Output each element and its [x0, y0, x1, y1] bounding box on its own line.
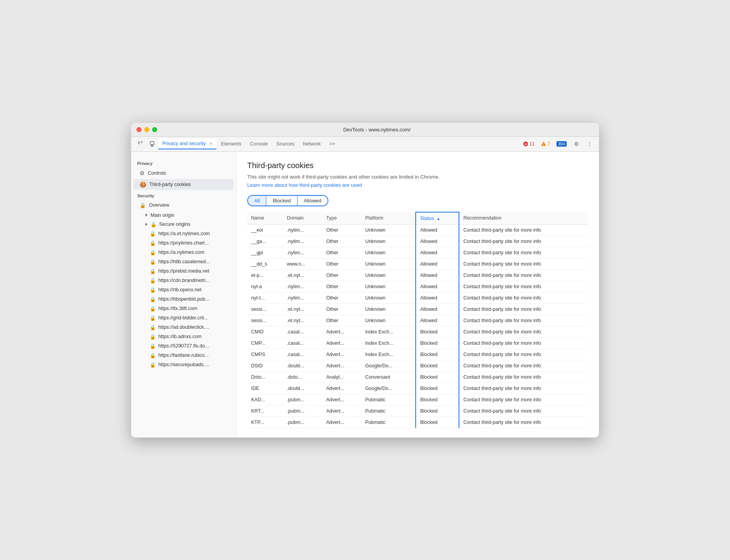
table-row[interactable]: sessi....et.nyt...OtherUnknownAllowedCon…	[247, 315, 588, 326]
cell-status: Allowed	[416, 269, 459, 281]
cell-name: sessi...	[247, 315, 283, 326]
table-row[interactable]: nyt-a.nytim...OtherUnknownAllowedContact…	[247, 281, 588, 292]
tab-elements-label: Elements	[221, 141, 241, 147]
cell-domain: .et.nyt...	[283, 315, 322, 326]
table-row[interactable]: KTP....pubm...Advert...PubmaticBlockedCo…	[247, 416, 588, 428]
col-status[interactable]: Status ▲	[416, 212, 459, 225]
sidebar-item-controls[interactable]: ⚙ Controls	[133, 168, 234, 179]
sidebar-origin-2[interactable]: 🔒 https://pnytimes.chart...	[133, 239, 234, 248]
cell-domain: .et.nyt...	[283, 303, 322, 315]
minimize-button[interactable]	[144, 127, 149, 132]
cell-name: nyt-t...	[247, 292, 283, 303]
learn-more-link[interactable]: Learn more about how third-party cookies…	[247, 182, 362, 188]
tab-elements[interactable]: Elements	[217, 139, 245, 149]
cell-recommendation: Contact third-party site for more info	[459, 371, 588, 383]
error-badge[interactable]: ✕ 11	[521, 140, 537, 147]
tab-more-label: >>	[330, 141, 335, 147]
cell-recommendation: Contact third-party site for more info	[459, 326, 588, 337]
settings-button[interactable]: ⚙	[571, 138, 582, 149]
window-title: DevTools - www.nytimes.com/	[160, 127, 594, 133]
sidebar-secure-origins[interactable]: ▼ 🔒 Secure origins	[133, 220, 234, 229]
cell-status: Allowed	[416, 303, 459, 315]
cell-platform: Google/Do...	[361, 383, 416, 394]
table-row[interactable]: KAD....pubm...Advert...PubmaticBlockedCo…	[247, 394, 588, 405]
device-toggle-button[interactable]	[147, 138, 158, 149]
col-type[interactable]: Type	[322, 212, 361, 225]
cell-platform: Unknown	[361, 224, 416, 236]
table-row[interactable]: DSID.doubl...Advert...Google/Do...Blocke…	[247, 360, 588, 371]
sidebar-origin-3[interactable]: 🔒 https://a.nytimes.com	[133, 248, 234, 257]
filter-blocked-button[interactable]: Blocked	[266, 196, 297, 206]
sidebar-origin-11-label: https://ad.doubleclick....	[158, 324, 209, 330]
tab-console[interactable]: Console	[246, 139, 272, 149]
sidebar-origin-12[interactable]: 🔒 https://ib.adnxs.com	[133, 332, 234, 341]
sidebar-origin-9[interactable]: 🔒 https://tlx.3lift.com	[133, 304, 234, 313]
table-row[interactable]: CMPS.casal...Advert...Index Exch...Block…	[247, 349, 588, 360]
cell-name: sessi...	[247, 303, 283, 315]
sidebar-origin-5[interactable]: 🔒 https://prebid.media.net	[133, 267, 234, 276]
table-row[interactable]: CMID.casal...Advert...Index Exch...Block…	[247, 326, 588, 337]
col-domain[interactable]: Domain	[283, 212, 322, 225]
cell-status: Allowed	[416, 292, 459, 303]
cell-recommendation: Contact third-party site for more info	[459, 303, 588, 315]
table-row[interactable]: nyt-t....nytim...OtherUnknownAllowedCont…	[247, 292, 588, 303]
sidebar-origin-3-label: https://a.nytimes.com	[158, 250, 204, 255]
col-recommendation[interactable]: Recommendation	[459, 212, 588, 225]
cell-status: Allowed	[416, 258, 459, 269]
table-row[interactable]: __eoi.nytim...OtherUnknownAllowedContact…	[247, 224, 588, 236]
table-row[interactable]: Doto....doto...Analyt...ConversantBlocke…	[247, 371, 588, 383]
svg-rect-3	[141, 142, 143, 142]
selector-icon-button[interactable]	[135, 138, 146, 149]
table-row[interactable]: et-p....et.nyt...OtherUnknownAllowedCont…	[247, 269, 588, 281]
warning-badge[interactable]: ! 7	[539, 140, 552, 147]
sidebar-origin-4[interactable]: 🔒 https://htlb.casalemed...	[133, 257, 234, 266]
tab-network[interactable]: Network	[299, 139, 325, 149]
table-row[interactable]: IDE.doubl...Advert...Google/Do...Blocked…	[247, 383, 588, 394]
cell-domain: .pubm...	[283, 405, 322, 416]
table-row[interactable]: __ga....nytim...OtherUnknownAllowedConta…	[247, 236, 588, 247]
tab-privacy-security[interactable]: Privacy and security ✕	[158, 138, 216, 149]
sidebar-item-overview[interactable]: 🔒 Overview	[133, 200, 234, 211]
sidebar-secure-origins-label: Secure origins	[159, 222, 190, 227]
lock-icon: 🔒	[140, 202, 146, 208]
more-options-button[interactable]: ⋮	[584, 138, 595, 149]
cell-name: __gpi	[247, 247, 283, 258]
sidebar-main-origin[interactable]: ▼ Main origin	[133, 211, 234, 220]
cell-type: Other	[322, 258, 361, 269]
svg-rect-2	[138, 144, 140, 144]
sidebar-origin-1-label: https://a.et.nytimes.com	[158, 231, 210, 236]
cookie-icon: 🍪	[140, 181, 146, 188]
sidebar-origin-11[interactable]: 🔒 https://ad.doubleclick....	[133, 323, 234, 332]
maximize-button[interactable]	[152, 127, 157, 132]
chevron-expand-icon: ▼	[144, 222, 148, 227]
sidebar-origin-8[interactable]: 🔒 https://hbopenbid.pub...	[133, 295, 234, 304]
table-row[interactable]: __gpi.nytim...OtherUnknownAllowedContact…	[247, 247, 588, 258]
filter-all-button[interactable]: All	[248, 196, 266, 206]
close-button[interactable]	[136, 127, 142, 132]
table-row[interactable]: KRT....pubm...Advert...PubmaticBlockedCo…	[247, 405, 588, 416]
error-icon: ✕	[523, 141, 528, 147]
sidebar-origin-7[interactable]: 🔒 https://rtb.openx.net	[133, 285, 234, 294]
sidebar-origin-14[interactable]: 🔒 https://fastlane.rubico...	[133, 351, 234, 360]
filter-allowed-button[interactable]: Allowed	[298, 196, 328, 206]
cell-type: Other	[322, 292, 361, 303]
tab-close-icon[interactable]: ✕	[209, 141, 213, 146]
sidebar-item-third-party-cookies[interactable]: 🍪 Third-party cookies	[133, 179, 234, 190]
sidebar-origin-10[interactable]: 🔒 https://grid-bidder.crit...	[133, 314, 234, 323]
cell-name: IDE	[247, 383, 283, 394]
col-name[interactable]: Name	[247, 212, 283, 225]
tab-sources[interactable]: Sources	[273, 139, 298, 149]
sidebar-origin-1[interactable]: 🔒 https://a.et.nytimes.com	[133, 229, 234, 238]
cell-status: Blocked	[416, 326, 459, 337]
svg-rect-0	[138, 142, 140, 142]
tabbar: Privacy and security ✕ Elements Console …	[131, 137, 599, 152]
tab-more[interactable]: >>	[326, 139, 339, 149]
info-badge[interactable]: 394	[555, 140, 569, 147]
table-row[interactable]: CMP....casal...Advert...Index Exch...Blo…	[247, 337, 588, 349]
sidebar-origin-15[interactable]: 🔒 https://securepubads....	[133, 360, 234, 369]
table-row[interactable]: sessi....et.nyt...OtherUnknownAllowedCon…	[247, 303, 588, 315]
table-row[interactable]: __dd_swww.n...OtherUnknownAllowedContact…	[247, 258, 588, 269]
sidebar-origin-6[interactable]: 🔒 https://cdn.brandmetri...	[133, 276, 234, 285]
col-platform[interactable]: Platform	[361, 212, 416, 225]
sidebar-origin-13[interactable]: 🔒 https://5290727.fls.do...	[133, 342, 234, 351]
